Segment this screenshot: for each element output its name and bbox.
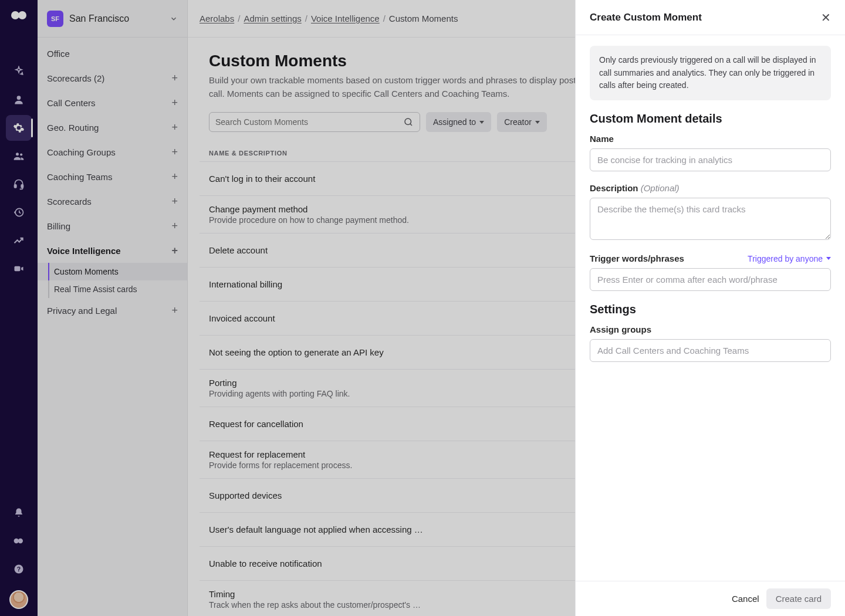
sidebar-item[interactable]: Scorecards+	[38, 189, 187, 214]
sidebar-item-label: Caoching Teams	[47, 172, 112, 182]
section-settings-title: Settings	[590, 303, 831, 316]
search-icon	[403, 117, 414, 127]
gear-icon[interactable]	[6, 115, 32, 141]
plus-icon[interactable]: +	[171, 72, 178, 84]
sidebar-item[interactable]: Geo. Routing+	[38, 115, 187, 140]
groups-input[interactable]	[590, 339, 831, 362]
workspace-badge: SF	[47, 11, 63, 27]
search-input[interactable]	[215, 117, 403, 127]
cancel-button[interactable]: Cancel	[732, 594, 759, 604]
sidebar-item-label: Privacy and Legal	[47, 306, 117, 316]
sidebar-item[interactable]: Voice Intelligence+	[38, 238, 187, 263]
svg-point-4	[20, 153, 22, 155]
sidebar-item-label: Geo. Routing	[47, 123, 99, 133]
drawer-title: Create Custom Moment	[590, 12, 702, 23]
icon-rail: ?	[0, 0, 38, 616]
svg-point-13	[405, 119, 411, 125]
plus-icon[interactable]: +	[171, 97, 178, 109]
search-input-wrap[interactable]	[209, 112, 420, 132]
workspace-switcher[interactable]: SF San Francisco	[38, 0, 187, 38]
name-label: Name	[590, 134, 831, 144]
filter-creator[interactable]: Creator	[497, 112, 547, 132]
sidebar-item[interactable]: Caoching Teams+	[38, 164, 187, 189]
sidebar-item-label: Coaching Groups	[47, 147, 116, 157]
crumb-link[interactable]: Admin settings	[244, 13, 301, 23]
sidebar-item-label: Scorecards	[47, 197, 92, 207]
plus-icon[interactable]: +	[171, 146, 178, 158]
video-icon[interactable]	[6, 256, 32, 282]
description-input[interactable]	[590, 198, 831, 240]
groups-icon[interactable]	[6, 143, 32, 169]
sidebar-subitem[interactable]: Real Time Assist cards	[38, 280, 187, 298]
trigger-input[interactable]	[590, 268, 831, 291]
avatar[interactable]	[9, 590, 28, 609]
section-details-title: Custom Moment details	[590, 112, 831, 126]
sidebar: SF San Francisco OfficeScorecards (2)+Ca…	[38, 0, 188, 616]
sidebar-item-label: Voice Intelligence	[47, 246, 121, 256]
headset-icon[interactable]	[6, 171, 32, 197]
trend-icon[interactable]	[6, 228, 32, 253]
help-icon[interactable]: ?	[6, 556, 32, 582]
chevron-down-icon	[535, 121, 540, 124]
sidebar-item[interactable]: Office	[38, 41, 187, 66]
sidebar-item[interactable]: Scorecards (2)+	[38, 66, 187, 90]
workspace-name: San Francisco	[69, 13, 164, 24]
svg-rect-8	[15, 266, 21, 271]
name-input[interactable]	[590, 148, 831, 171]
plus-icon[interactable]: +	[171, 220, 178, 232]
bell-icon[interactable]	[6, 500, 32, 526]
svg-point-3	[16, 153, 19, 155]
svg-rect-6	[21, 185, 23, 188]
trigger-by-dropdown[interactable]: Triggered by anyone	[748, 254, 831, 263]
sidebar-item[interactable]: Coaching Groups+	[38, 140, 187, 164]
plus-icon[interactable]: +	[171, 121, 178, 134]
create-card-button[interactable]: Create card	[766, 588, 831, 609]
sidebar-subitem[interactable]: Custom Moments	[38, 263, 187, 280]
groups-label: Assign groups	[590, 324, 831, 334]
sparkle-icon[interactable]	[6, 59, 32, 84]
create-moment-drawer: Create Custom Moment ✕ Only cards previo…	[575, 0, 845, 616]
sidebar-item-label: Call Centers	[47, 98, 96, 108]
chevron-down-icon	[826, 257, 831, 260]
sidebar-item[interactable]: Billing+	[38, 214, 187, 238]
crumb-link[interactable]: Aerolabs	[200, 13, 234, 23]
sidebar-item-label: Billing	[47, 221, 70, 231]
person-icon[interactable]	[6, 87, 32, 113]
chevron-down-icon	[170, 15, 178, 23]
svg-text:?: ?	[17, 566, 21, 573]
history-icon[interactable]	[6, 199, 32, 225]
svg-point-0	[11, 11, 19, 19]
crumb-link[interactable]: Voice Intelligence	[311, 13, 380, 23]
brand-logo	[11, 7, 27, 23]
close-icon[interactable]: ✕	[821, 12, 831, 23]
plus-icon[interactable]: +	[171, 304, 178, 317]
svg-point-2	[17, 96, 21, 100]
chevron-down-icon	[479, 121, 484, 124]
svg-point-1	[18, 11, 26, 19]
plus-icon[interactable]: +	[171, 245, 178, 257]
description-label: Description (Optional)	[590, 183, 831, 193]
sidebar-item-label: Scorecards (2)	[47, 73, 104, 83]
plus-icon[interactable]: +	[171, 171, 178, 183]
chat-icon[interactable]	[6, 528, 32, 554]
sidebar-nav: OfficeScorecards (2)+Call Centers+Geo. R…	[38, 38, 187, 323]
drawer-info: Only cards previously triggered on a cal…	[590, 46, 831, 100]
crumb-current: Custom Moments	[389, 13, 458, 23]
sidebar-item[interactable]: Privacy and Legal+	[38, 298, 187, 323]
trigger-label: Trigger words/phrases	[590, 253, 684, 263]
plus-icon[interactable]: +	[171, 195, 178, 208]
sidebar-item-label: Office	[47, 49, 70, 59]
filter-assigned-to[interactable]: Assigned to	[426, 112, 491, 132]
svg-rect-5	[15, 185, 16, 188]
svg-point-10	[18, 539, 23, 543]
sidebar-item[interactable]: Call Centers+	[38, 90, 187, 115]
